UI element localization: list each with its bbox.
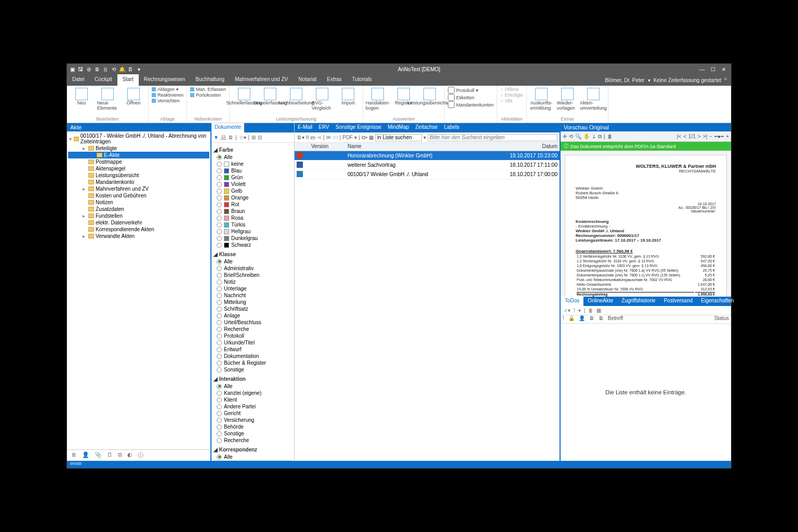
doc-preview[interactable]: WOLTERS, KLUWER & Partner mbH RECHTSANWÄ… [561, 151, 731, 297]
lt-circle-icon[interactable]: ◐ [127, 451, 132, 459]
chk-mandantenkonten[interactable]: Mandantenkonten [448, 101, 494, 108]
btn-import[interactable]: Import [337, 87, 360, 107]
filter-option[interactable]: Violett [214, 181, 292, 188]
btn-aktenumverteilung[interactable]: Akten-umverteilung [582, 87, 605, 112]
lowtab-zugriff[interactable]: Zugriffshistorie [617, 297, 659, 306]
btn-leistungsuebersichten[interactable]: Leistungsübersichten [418, 87, 441, 107]
filter-option[interactable]: Anlage [214, 312, 292, 319]
midtab-mindmap[interactable]: MindMap [384, 123, 412, 132]
pv-zoomin-icon[interactable]: + [726, 134, 729, 139]
tab-tutorials[interactable]: Tutorials [347, 74, 377, 86]
pv-last-icon[interactable]: >| [703, 134, 707, 139]
filter-option[interactable]: Alle [214, 383, 292, 390]
filter-option[interactable]: Gelb [214, 188, 292, 194]
lt-help-icon[interactable]: ⓘ [138, 451, 143, 459]
col-name[interactable]: Name [345, 143, 497, 151]
btn-rvg-vergleich[interactable]: RVG-Vergleich [311, 87, 334, 112]
qat-save-icon[interactable]: 🖫 [77, 66, 84, 72]
rad-alle[interactable]: ○Alle [500, 98, 523, 103]
pv-next-icon[interactable]: > [698, 134, 701, 139]
lt-flag-icon[interactable]: ! [574, 308, 575, 313]
midtab-labels[interactable]: Labels [441, 123, 462, 132]
qat-doc-icon[interactable]: 🗎 [94, 66, 100, 72]
filter-option[interactable]: Recherche [214, 326, 292, 332]
lowtab-todos[interactable]: ToDos [561, 297, 583, 306]
btn-neue-elemente[interactable]: Neue Elemente [96, 87, 119, 112]
lowtab-onlineakte[interactable]: OnlineAkte [583, 297, 617, 306]
pv-slider[interactable]: ━●━ [714, 134, 724, 139]
filter-option[interactable]: Türkis [214, 221, 292, 228]
lt-person-icon[interactable]: 👤 [82, 451, 89, 459]
rad-erledigte[interactable]: ○Erledigte [500, 92, 523, 98]
filter-tree-icon[interactable]: 品 [221, 134, 226, 141]
filter-funnel-icon[interactable]: ▼ [214, 135, 219, 140]
pv-ext-icon[interactable]: ⧉ [598, 134, 602, 140]
chk-protokoll[interactable]: Protokoll▾ [448, 87, 494, 94]
btn-neu[interactable]: Neu [70, 87, 93, 107]
btn-schnellerfassung[interactable]: Schnellerfassung [233, 87, 256, 107]
chk-etiketten[interactable]: Etiketten [448, 94, 494, 101]
dlt-mail-icon[interactable]: ✉ [326, 135, 330, 140]
btn-ablegen[interactable]: Ablegen▾ [152, 87, 183, 92]
tree-item[interactable]: Postmappe [68, 158, 209, 165]
filter-option[interactable]: Klient [214, 396, 292, 403]
tree-item[interactable]: E-Akte [68, 152, 209, 158]
filter-option[interactable]: Urteil/Beschluss [214, 319, 292, 326]
btn-man-erfassen[interactable]: Man. Erfassen [190, 87, 226, 92]
tree-item[interactable]: ▸Beteiligte [68, 145, 209, 152]
tree-item[interactable]: ▸Mahnverfahren und ZV [68, 185, 209, 192]
tree-item[interactable]: Notizen [68, 199, 209, 206]
filter-option[interactable]: Behörde [214, 423, 292, 430]
search-mode[interactable] [375, 134, 422, 141]
filter-option[interactable]: Dunkelgrau [214, 235, 292, 242]
btn-vernichten[interactable]: Vernichten [152, 98, 183, 103]
minimize-button[interactable]: — [699, 66, 704, 72]
qat-refresh-icon[interactable]: ⟲ [111, 66, 117, 72]
doclist-row[interactable]: Honorarabrechnung (Winkler GmbH)19.10.20… [295, 151, 560, 161]
user-label[interactable]: Blömer, Dr. Peter [605, 77, 645, 83]
pv-zoom-icon[interactable]: 🔍 [575, 134, 581, 139]
filter-option[interactable]: Alle [214, 258, 292, 265]
filter-doc-icon[interactable]: 🗎 [228, 135, 233, 140]
filter-option[interactable]: Urkunde/Titel [214, 339, 292, 346]
filter-option[interactable]: Dokumentation [214, 353, 292, 360]
close-button[interactable]: ✕ [722, 66, 726, 72]
filter-option[interactable]: Protokoll [214, 332, 292, 339]
filter-option[interactable]: Schriftsatz [214, 305, 292, 312]
filter-option[interactable]: Sonstige [214, 366, 292, 373]
search-input[interactable] [428, 134, 557, 141]
tree-item[interactable]: Aktenspiegel [68, 165, 209, 172]
filter-option[interactable]: Grün [214, 174, 292, 181]
filter-option[interactable]: Schwarz [214, 242, 292, 248]
filter-option[interactable]: Administrativ [214, 265, 292, 272]
pv-plus-icon[interactable]: ✛ [563, 134, 567, 139]
qat-cal-icon[interactable]: 🗓 [127, 66, 134, 72]
filter-option[interactable]: Rosa [214, 215, 292, 221]
collapse-ribbon-icon[interactable]: ^ [724, 77, 727, 83]
btn-wiedervorlagen[interactable]: Wieder-vorlagen [556, 87, 579, 112]
filter-option[interactable]: Alle [214, 154, 292, 161]
lt-icon[interactable]: 🗎 [71, 451, 77, 459]
qat-more-icon[interactable]: ▾ [136, 66, 142, 72]
tab-rechnungswesen[interactable]: Rechnungswesen [139, 74, 191, 86]
col-datum[interactable]: Datum [497, 143, 560, 151]
btn-reaktivieren[interactable]: Reaktivieren [152, 92, 183, 98]
time-tracking-label[interactable]: Keine Zeiterfassung gestartet [654, 77, 722, 83]
rad-offene[interactable]: ○Offene [500, 87, 523, 92]
dlt-fwd-icon[interactable]: ➪ [317, 135, 322, 140]
col-version[interactable]: Version [309, 143, 345, 151]
tree-item[interactable]: Mandantenkonto [68, 179, 209, 185]
dlt-new-icon[interactable]: 🗎▾ [297, 135, 304, 140]
filter-option[interactable]: Versicherung [214, 417, 292, 423]
tree-root[interactable]: ▾ 00100/17 - Winkler GmbH ./. Uhland - A… [68, 132, 209, 145]
dlt-dup-icon[interactable]: ⧉▾ [362, 135, 367, 141]
filter-option[interactable]: Hellgrau [214, 228, 292, 235]
tree-item[interactable]: ▸Fundstellen [68, 212, 209, 219]
midtab-sonstige[interactable]: Sonstige Ereignisse [332, 123, 384, 132]
tab-buchhaltung[interactable]: Buchhaltung [190, 74, 230, 86]
filter-option[interactable]: Rot [214, 201, 292, 208]
midtab-erv[interactable]: ERV [315, 123, 332, 132]
filter-option[interactable]: Sonstige [214, 430, 292, 437]
btn-nachbearbeitung[interactable]: Nachbearbeitung [285, 87, 308, 107]
tab-datei[interactable]: Datei [67, 74, 89, 86]
